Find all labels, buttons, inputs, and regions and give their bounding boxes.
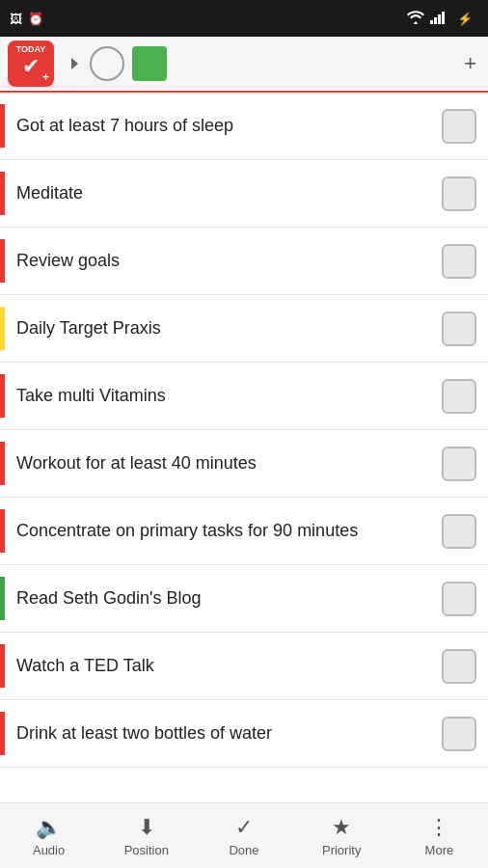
task-priority-bar — [0, 239, 5, 283]
alarm-icon: ⏰ — [28, 12, 43, 26]
task-item[interactable]: Meditate — [0, 160, 488, 228]
task-priority-bar — [0, 712, 5, 755]
task-checkbox[interactable] — [442, 717, 476, 751]
photo-icon: 🖼 — [10, 12, 22, 26]
nav-item-done[interactable]: ✓ Done — [195, 803, 292, 868]
done-icon: ✓ — [235, 815, 253, 840]
task-text: Meditate — [16, 182, 434, 204]
wifi-icon — [407, 11, 424, 27]
task-item[interactable]: Take multi Vitamins — [0, 363, 488, 430]
streak-count — [90, 46, 124, 81]
task-item[interactable]: Daily Target Praxis — [0, 295, 488, 363]
task-item[interactable]: Workout for at least 40 minutes — [0, 430, 488, 498]
task-checkbox[interactable] — [442, 447, 476, 481]
task-priority-bar — [0, 442, 5, 485]
task-item[interactable]: Read Seth Godin's Blog — [0, 565, 488, 633]
status-bar: 🖼 ⏰ ⚡ — [0, 0, 488, 37]
task-text: Drink at least two bottles of water — [16, 722, 434, 745]
logo-today-text: TODAY — [8, 44, 54, 54]
task-text: Take multi Vitamins — [16, 385, 434, 407]
battery-icon: ⚡ — [457, 12, 473, 26]
nav-label-audio: Audio — [33, 843, 65, 857]
task-checkbox[interactable] — [442, 244, 476, 279]
task-text: Workout for at least 40 minutes — [16, 452, 434, 475]
toolbar: TODAY ✔ + + — [0, 37, 488, 93]
add-button[interactable]: + — [464, 51, 480, 76]
task-priority-bar — [0, 374, 5, 418]
task-text: Concentrate on primary tasks for 90 minu… — [16, 520, 434, 542]
task-checkbox[interactable] — [442, 379, 476, 414]
task-text: Got at least 7 hours of sleep — [16, 115, 434, 137]
nav-item-audio[interactable]: 🔈 Audio — [0, 803, 97, 868]
bottom-nav: 🔈 Audio ⬇ Position ✓ Done ★ Priority ⋮ M… — [0, 802, 488, 868]
task-checkbox[interactable] — [442, 582, 476, 616]
svg-rect-2 — [438, 14, 441, 24]
status-left: 🖼 ⏰ — [10, 12, 43, 26]
task-checkbox[interactable] — [442, 649, 476, 684]
task-checkbox[interactable] — [442, 312, 476, 346]
signal-icon — [430, 11, 446, 27]
task-priority-bar — [0, 172, 5, 215]
logo-plus-icon: + — [42, 70, 49, 84]
svg-rect-1 — [434, 17, 437, 24]
nav-item-position[interactable]: ⬇ Position — [97, 803, 195, 868]
logo-check-icon: ✔ — [22, 54, 40, 79]
task-item[interactable]: Got at least 7 hours of sleep — [0, 93, 488, 160]
completed-badge — [132, 46, 167, 81]
task-text: Read Seth Godin's Blog — [16, 587, 434, 610]
nav-label-more: More — [425, 843, 454, 857]
task-text: Review goals — [16, 250, 434, 272]
task-checkbox[interactable] — [442, 514, 476, 549]
nav-label-done: Done — [229, 843, 258, 857]
audio-icon: 🔈 — [36, 815, 62, 840]
star-icon: ★ — [332, 815, 351, 840]
nav-item-more[interactable]: ⋮ More — [391, 803, 488, 868]
plus-icon: + — [464, 51, 476, 76]
task-priority-bar — [0, 577, 5, 620]
nav-item-priority[interactable]: ★ Priority — [293, 803, 391, 868]
task-priority-bar — [0, 644, 5, 688]
day-arrow-icon[interactable] — [71, 58, 78, 69]
task-checkbox[interactable] — [442, 176, 476, 211]
task-priority-bar — [0, 307, 5, 350]
svg-rect-0 — [430, 20, 433, 24]
task-item[interactable]: Drink at least two bottles of water — [0, 700, 488, 768]
task-text: Watch a TED Talk — [16, 655, 434, 677]
task-item[interactable]: Review goals — [0, 228, 488, 295]
status-right: ⚡ — [407, 11, 478, 27]
task-priority-bar — [0, 509, 5, 553]
nav-label-position: Position — [124, 843, 169, 857]
task-text: Daily Target Praxis — [16, 317, 434, 339]
position-icon: ⬇ — [138, 815, 155, 840]
app-logo[interactable]: TODAY ✔ + — [8, 41, 54, 87]
task-item[interactable]: Watch a TED Talk — [0, 633, 488, 700]
more-icon: ⋮ — [428, 815, 449, 840]
task-list: Got at least 7 hours of sleep Meditate R… — [0, 93, 488, 802]
task-item[interactable]: Concentrate on primary tasks for 90 minu… — [0, 498, 488, 565]
svg-rect-3 — [442, 12, 445, 24]
nav-label-priority: Priority — [322, 843, 361, 857]
task-checkbox[interactable] — [442, 109, 476, 144]
task-priority-bar — [0, 104, 5, 148]
